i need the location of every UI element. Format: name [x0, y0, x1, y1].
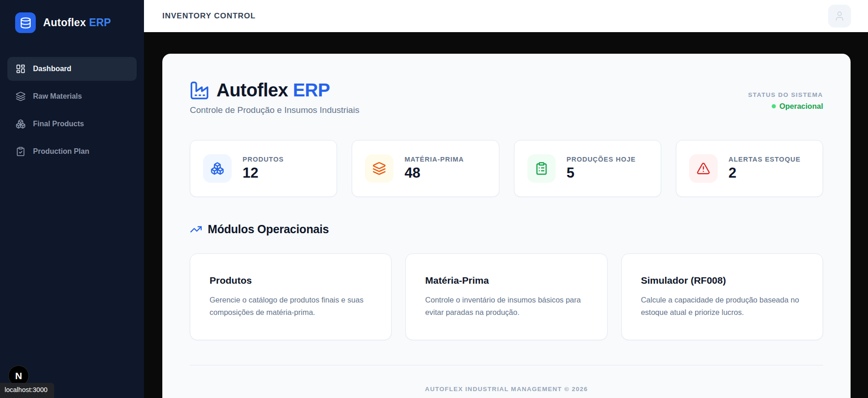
hero-subtitle: Controle de Produção e Insumos Industria…	[190, 105, 359, 115]
hero-title-row: Autoflex ERP	[190, 80, 359, 101]
layers-icon	[16, 91, 26, 101]
user-icon	[834, 11, 845, 22]
footer-text: AUTOFLEX INDUSTRIAL MANAGEMENT © 2026	[190, 386, 823, 392]
hero: Autoflex ERP Controle de Produção e Insu…	[190, 80, 823, 115]
module-description: Gerencie o catálogo de produtos finais e…	[210, 294, 372, 319]
sidebar-item-dashboard[interactable]: Dashboard	[7, 57, 137, 81]
boxes-icon	[16, 119, 26, 129]
hero-title: Autoflex ERP	[216, 80, 330, 101]
stat-label: MATÉRIA-PRIMA	[404, 156, 464, 163]
stat-value: 2	[729, 165, 801, 181]
sidebar-item-label: Dashboard	[33, 65, 72, 73]
modules-section-head: Módulos Operacionais	[190, 223, 823, 236]
stat-icon-tile	[365, 154, 393, 183]
stat-icon-tile	[689, 154, 718, 183]
url-tooltip: localhost:3000	[0, 383, 54, 398]
sidebar-item-label: Raw Materials	[33, 92, 82, 101]
status-value-text: Operacional	[780, 102, 823, 111]
dashboard-icon	[16, 64, 26, 74]
stats-row: PRODUTOS 12 MATÉRIA-PRIMA 48	[190, 140, 823, 197]
sidebar-item-raw-materials[interactable]: Raw Materials	[7, 84, 137, 108]
alert-triangle-icon	[697, 162, 710, 175]
stat-card-materia-prima: MATÉRIA-PRIMA 48	[352, 140, 499, 197]
stat-text: PRODUTOS 12	[243, 156, 284, 181]
factory-icon	[190, 81, 209, 100]
stat-label: PRODUTOS	[243, 156, 284, 163]
stat-icon-tile	[203, 154, 232, 183]
modules-grid: Produtos Gerencie o catálogo de produtos…	[190, 253, 823, 340]
boxes-icon	[210, 162, 224, 175]
module-card-simulador[interactable]: Simulador (RF008) Calcule a capacidade d…	[621, 253, 823, 340]
stat-card-producoes-hoje: PRODUÇÕES HOJE 5	[514, 140, 661, 197]
trending-up-icon	[190, 223, 202, 235]
brand: Autoflex ERP	[0, 0, 144, 33]
status-label: STATUS DO SISTEMA	[748, 91, 823, 98]
sidebar-nav: Dashboard Raw Materials Final Products P…	[0, 57, 144, 163]
system-status: STATUS DO SISTEMA Operacional	[748, 80, 823, 111]
top-header: INVENTORY CONTROL	[144, 0, 868, 32]
stat-text: MATÉRIA-PRIMA 48	[404, 156, 464, 181]
brand-logo	[15, 12, 36, 33]
sidebar-item-final-products[interactable]: Final Products	[7, 112, 137, 136]
stat-label: ALERTAS ESTOQUE	[729, 156, 801, 163]
sidebar-item-label: Final Products	[33, 120, 84, 128]
brand-name-primary: Autoflex	[43, 17, 86, 28]
status-value: Operacional	[748, 102, 823, 111]
stat-text: PRODUÇÕES HOJE 5	[567, 156, 636, 181]
stat-card-alertas-estoque: ALERTAS ESTOQUE 2	[676, 140, 823, 197]
stat-label: PRODUÇÕES HOJE	[567, 156, 636, 163]
dashboard-panel: Autoflex ERP Controle de Produção e Insu…	[162, 54, 851, 398]
user-avatar[interactable]	[828, 5, 851, 28]
app-root: Autoflex ERP Dashboard Raw Materials	[0, 0, 868, 398]
main-content: Autoflex ERP Controle de Produção e Insu…	[144, 32, 868, 398]
module-description: Controle o inventário de insumos básicos…	[425, 294, 587, 319]
hero-left: Autoflex ERP Controle de Produção e Insu…	[190, 80, 359, 115]
hero-title-primary: Autoflex	[216, 80, 288, 100]
brand-name-accent: ERP	[89, 17, 111, 28]
hero-title-accent: ERP	[293, 80, 330, 100]
stat-text: ALERTAS ESTOQUE 2	[729, 156, 801, 181]
module-title: Produtos	[210, 275, 372, 286]
module-title: Matéria-Prima	[425, 275, 587, 286]
layers-icon	[372, 162, 386, 175]
module-card-materia-prima[interactable]: Matéria-Prima Controle o inventário de i…	[405, 253, 607, 340]
module-description: Calcule a capacidade de produção baseada…	[641, 294, 803, 319]
stat-card-produtos: PRODUTOS 12	[190, 140, 337, 197]
panel-footer: AUTOFLEX INDUSTRIAL MANAGEMENT © 2026	[190, 365, 823, 392]
clipboard-list-icon	[535, 162, 548, 175]
sidebar-item-label: Production Plan	[33, 147, 89, 156]
clipboard-check-icon	[16, 146, 26, 157]
stat-value: 5	[567, 165, 636, 181]
database-icon	[20, 17, 32, 29]
brand-name: Autoflex ERP	[43, 17, 111, 29]
module-title: Simulador (RF008)	[641, 275, 803, 286]
stat-value: 12	[243, 165, 284, 181]
sidebar-item-production-plan[interactable]: Production Plan	[7, 140, 137, 163]
status-dot-icon	[772, 104, 776, 108]
module-card-produtos[interactable]: Produtos Gerencie o catálogo de produtos…	[190, 253, 392, 340]
sidebar: Autoflex ERP Dashboard Raw Materials	[0, 0, 144, 398]
stat-value: 48	[404, 165, 464, 181]
page-title: INVENTORY CONTROL	[162, 11, 256, 21]
stat-icon-tile	[527, 154, 556, 183]
modules-section-title: Módulos Operacionais	[208, 223, 329, 236]
